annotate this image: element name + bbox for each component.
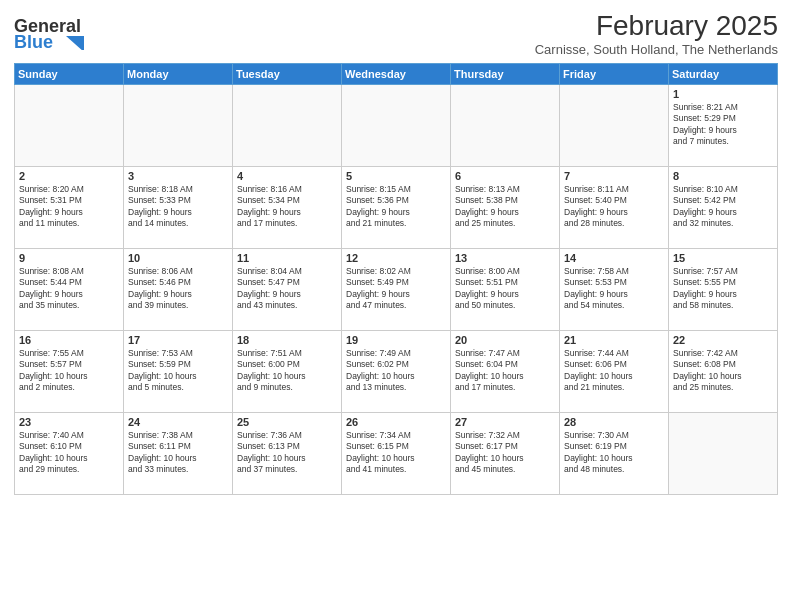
day-number: 9 <box>19 252 119 264</box>
month-title: February 2025 <box>535 10 778 42</box>
day-info: Sunrise: 8:21 AM Sunset: 5:29 PM Dayligh… <box>673 102 773 148</box>
day-info: Sunrise: 7:47 AM Sunset: 6:04 PM Dayligh… <box>455 348 555 394</box>
day-info: Sunrise: 8:08 AM Sunset: 5:44 PM Dayligh… <box>19 266 119 312</box>
day-number: 12 <box>346 252 446 264</box>
cell-w0-d5 <box>560 85 669 167</box>
day-number: 7 <box>564 170 664 182</box>
day-number: 21 <box>564 334 664 346</box>
cell-w3-d4: 20Sunrise: 7:47 AM Sunset: 6:04 PM Dayli… <box>451 331 560 413</box>
cell-w0-d1 <box>124 85 233 167</box>
cell-w3-d2: 18Sunrise: 7:51 AM Sunset: 6:00 PM Dayli… <box>233 331 342 413</box>
cell-w0-d3 <box>342 85 451 167</box>
cell-w0-d0 <box>15 85 124 167</box>
cell-w2-d6: 15Sunrise: 7:57 AM Sunset: 5:55 PM Dayli… <box>669 249 778 331</box>
day-number: 27 <box>455 416 555 428</box>
cell-w1-d6: 8Sunrise: 8:10 AM Sunset: 5:42 PM Daylig… <box>669 167 778 249</box>
header-tuesday: Tuesday <box>233 64 342 85</box>
day-number: 15 <box>673 252 773 264</box>
day-number: 5 <box>346 170 446 182</box>
cell-w3-d3: 19Sunrise: 7:49 AM Sunset: 6:02 PM Dayli… <box>342 331 451 413</box>
cell-w0-d6: 1Sunrise: 8:21 AM Sunset: 5:29 PM Daylig… <box>669 85 778 167</box>
cell-w4-d1: 24Sunrise: 7:38 AM Sunset: 6:11 PM Dayli… <box>124 413 233 495</box>
header-friday: Friday <box>560 64 669 85</box>
day-info: Sunrise: 8:18 AM Sunset: 5:33 PM Dayligh… <box>128 184 228 230</box>
week-row-2: 9Sunrise: 8:08 AM Sunset: 5:44 PM Daylig… <box>15 249 778 331</box>
cell-w3-d5: 21Sunrise: 7:44 AM Sunset: 6:06 PM Dayli… <box>560 331 669 413</box>
cell-w3-d0: 16Sunrise: 7:55 AM Sunset: 5:57 PM Dayli… <box>15 331 124 413</box>
cell-w2-d5: 14Sunrise: 7:58 AM Sunset: 5:53 PM Dayli… <box>560 249 669 331</box>
cell-w4-d5: 28Sunrise: 7:30 AM Sunset: 6:19 PM Dayli… <box>560 413 669 495</box>
day-number: 11 <box>237 252 337 264</box>
day-number: 28 <box>564 416 664 428</box>
day-info: Sunrise: 7:38 AM Sunset: 6:11 PM Dayligh… <box>128 430 228 476</box>
cell-w3-d1: 17Sunrise: 7:53 AM Sunset: 5:59 PM Dayli… <box>124 331 233 413</box>
cell-w1-d0: 2Sunrise: 8:20 AM Sunset: 5:31 PM Daylig… <box>15 167 124 249</box>
day-info: Sunrise: 8:16 AM Sunset: 5:34 PM Dayligh… <box>237 184 337 230</box>
cell-w3-d6: 22Sunrise: 7:42 AM Sunset: 6:08 PM Dayli… <box>669 331 778 413</box>
day-number: 26 <box>346 416 446 428</box>
day-info: Sunrise: 7:34 AM Sunset: 6:15 PM Dayligh… <box>346 430 446 476</box>
svg-marker-2 <box>66 36 84 50</box>
week-row-1: 2Sunrise: 8:20 AM Sunset: 5:31 PM Daylig… <box>15 167 778 249</box>
week-row-4: 23Sunrise: 7:40 AM Sunset: 6:10 PM Dayli… <box>15 413 778 495</box>
day-info: Sunrise: 7:53 AM Sunset: 5:59 PM Dayligh… <box>128 348 228 394</box>
day-number: 3 <box>128 170 228 182</box>
cell-w0-d2 <box>233 85 342 167</box>
subtitle: Carnisse, South Holland, The Netherlands <box>535 42 778 57</box>
day-number: 14 <box>564 252 664 264</box>
cell-w2-d3: 12Sunrise: 8:02 AM Sunset: 5:49 PM Dayli… <box>342 249 451 331</box>
cell-w4-d0: 23Sunrise: 7:40 AM Sunset: 6:10 PM Dayli… <box>15 413 124 495</box>
cell-w2-d0: 9Sunrise: 8:08 AM Sunset: 5:44 PM Daylig… <box>15 249 124 331</box>
day-info: Sunrise: 8:13 AM Sunset: 5:38 PM Dayligh… <box>455 184 555 230</box>
svg-text:Blue: Blue <box>14 32 53 50</box>
day-info: Sunrise: 7:49 AM Sunset: 6:02 PM Dayligh… <box>346 348 446 394</box>
day-info: Sunrise: 8:00 AM Sunset: 5:51 PM Dayligh… <box>455 266 555 312</box>
cell-w1-d3: 5Sunrise: 8:15 AM Sunset: 5:36 PM Daylig… <box>342 167 451 249</box>
day-number: 6 <box>455 170 555 182</box>
day-number: 22 <box>673 334 773 346</box>
cell-w1-d1: 3Sunrise: 8:18 AM Sunset: 5:33 PM Daylig… <box>124 167 233 249</box>
cell-w4-d2: 25Sunrise: 7:36 AM Sunset: 6:13 PM Dayli… <box>233 413 342 495</box>
logo: General Blue <box>14 10 84 50</box>
cell-w4-d6 <box>669 413 778 495</box>
header-monday: Monday <box>124 64 233 85</box>
day-number: 1 <box>673 88 773 100</box>
day-info: Sunrise: 7:55 AM Sunset: 5:57 PM Dayligh… <box>19 348 119 394</box>
day-info: Sunrise: 7:58 AM Sunset: 5:53 PM Dayligh… <box>564 266 664 312</box>
day-info: Sunrise: 8:11 AM Sunset: 5:40 PM Dayligh… <box>564 184 664 230</box>
day-info: Sunrise: 8:02 AM Sunset: 5:49 PM Dayligh… <box>346 266 446 312</box>
day-number: 10 <box>128 252 228 264</box>
calendar-header-row: Sunday Monday Tuesday Wednesday Thursday… <box>15 64 778 85</box>
cell-w1-d5: 7Sunrise: 8:11 AM Sunset: 5:40 PM Daylig… <box>560 167 669 249</box>
logo-icon: General Blue <box>14 10 84 50</box>
day-number: 19 <box>346 334 446 346</box>
day-info: Sunrise: 7:30 AM Sunset: 6:19 PM Dayligh… <box>564 430 664 476</box>
cell-w1-d2: 4Sunrise: 8:16 AM Sunset: 5:34 PM Daylig… <box>233 167 342 249</box>
week-row-3: 16Sunrise: 7:55 AM Sunset: 5:57 PM Dayli… <box>15 331 778 413</box>
cell-w1-d4: 6Sunrise: 8:13 AM Sunset: 5:38 PM Daylig… <box>451 167 560 249</box>
title-area: February 2025 Carnisse, South Holland, T… <box>535 10 778 57</box>
day-number: 13 <box>455 252 555 264</box>
day-info: Sunrise: 7:42 AM Sunset: 6:08 PM Dayligh… <box>673 348 773 394</box>
day-info: Sunrise: 8:20 AM Sunset: 5:31 PM Dayligh… <box>19 184 119 230</box>
day-info: Sunrise: 7:44 AM Sunset: 6:06 PM Dayligh… <box>564 348 664 394</box>
day-info: Sunrise: 7:36 AM Sunset: 6:13 PM Dayligh… <box>237 430 337 476</box>
calendar-table: Sunday Monday Tuesday Wednesday Thursday… <box>14 63 778 495</box>
header: General Blue February 2025 Carnisse, Sou… <box>14 10 778 57</box>
day-info: Sunrise: 7:32 AM Sunset: 6:17 PM Dayligh… <box>455 430 555 476</box>
day-info: Sunrise: 7:57 AM Sunset: 5:55 PM Dayligh… <box>673 266 773 312</box>
header-wednesday: Wednesday <box>342 64 451 85</box>
day-number: 4 <box>237 170 337 182</box>
header-thursday: Thursday <box>451 64 560 85</box>
day-number: 25 <box>237 416 337 428</box>
day-info: Sunrise: 7:51 AM Sunset: 6:00 PM Dayligh… <box>237 348 337 394</box>
day-info: Sunrise: 7:40 AM Sunset: 6:10 PM Dayligh… <box>19 430 119 476</box>
cell-w2-d2: 11Sunrise: 8:04 AM Sunset: 5:47 PM Dayli… <box>233 249 342 331</box>
day-number: 16 <box>19 334 119 346</box>
day-info: Sunrise: 8:04 AM Sunset: 5:47 PM Dayligh… <box>237 266 337 312</box>
day-number: 24 <box>128 416 228 428</box>
day-number: 8 <box>673 170 773 182</box>
day-info: Sunrise: 8:10 AM Sunset: 5:42 PM Dayligh… <box>673 184 773 230</box>
day-number: 20 <box>455 334 555 346</box>
cell-w4-d4: 27Sunrise: 7:32 AM Sunset: 6:17 PM Dayli… <box>451 413 560 495</box>
